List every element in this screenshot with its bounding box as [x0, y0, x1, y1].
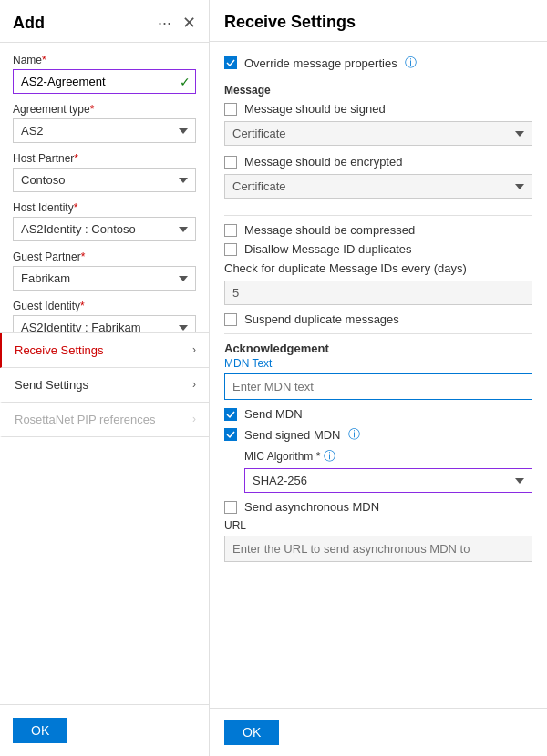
sign-row: Message should be signed [224, 102, 532, 116]
divider-1 [224, 215, 532, 216]
certificate-select-1[interactable]: Certificate [224, 121, 532, 146]
send-signed-mdn-checkbox[interactable] [224, 428, 237, 441]
days-input[interactable] [224, 281, 532, 305]
right-body: Override message properties ⓘ Message Me… [210, 42, 547, 708]
sign-label: Message should be signed [244, 102, 386, 116]
host-partner-group: Host Partner* Contoso [13, 152, 196, 192]
mdn-text-input[interactable] [224, 373, 532, 400]
override-label: Override message properties [244, 56, 397, 70]
host-partner-select[interactable]: Contoso [13, 168, 196, 192]
encrypt-label: Message should be encrypted [244, 155, 402, 169]
compress-row: Message should be compressed [224, 223, 532, 237]
url-input[interactable] [224, 536, 532, 562]
async-mdn-label: Send asynchronous MDN [244, 500, 379, 514]
duplicate-check-label: Check for duplicate Message IDs every (d… [224, 261, 532, 275]
checkmark-icon: ✓ [180, 75, 191, 89]
guest-identity-label: Guest Identity* [13, 300, 196, 312]
nav-section: Receive Settings › Send Settings › Roset… [0, 332, 209, 437]
sign-checkbox[interactable] [224, 103, 237, 116]
name-label: Name* [13, 54, 196, 66]
panel-title: Add [13, 14, 158, 33]
override-row: Override message properties ⓘ [224, 55, 532, 71]
ok-button-right[interactable]: OK [224, 720, 279, 745]
right-footer: OK [210, 708, 547, 756]
send-signed-mdn-row: Send signed MDN ⓘ [224, 426, 532, 443]
host-partner-label: Host Partner* [13, 152, 196, 165]
info-icon[interactable]: ⓘ [405, 55, 417, 71]
async-mdn-checkbox[interactable] [224, 501, 237, 514]
suspend-label: Suspend duplicate messages [244, 312, 399, 326]
disallow-checkbox[interactable] [224, 243, 237, 256]
guest-partner-select[interactable]: Fabrikam [13, 266, 196, 291]
agreement-type-group: Agreement type* AS2 [13, 103, 196, 143]
disallow-row: Disallow Message ID duplicates [224, 242, 532, 256]
agreement-type-select[interactable]: AS2 [13, 118, 196, 143]
suspend-row: Suspend duplicate messages [224, 312, 532, 326]
encrypt-checkbox[interactable] [224, 156, 237, 169]
chevron-right-icon: › [192, 413, 196, 425]
url-section: URL [224, 519, 532, 562]
message-section-label: Message [224, 84, 532, 97]
info-icon-mic[interactable]: ⓘ [324, 449, 335, 463]
mic-section: MIC Algorithm * ⓘ SHA2-256 MD5 SHA1 SHA2… [244, 448, 532, 493]
guest-partner-label: Guest Partner* [13, 250, 196, 263]
send-mdn-row: Send MDN [224, 407, 532, 421]
ok-button-left[interactable]: OK [13, 718, 67, 743]
guest-identity-group: Guest Identity* AS2Identity : Fabrikam [13, 300, 196, 332]
guest-partner-group: Guest Partner* Fabrikam [13, 250, 196, 291]
info-icon-mdn[interactable]: ⓘ [348, 426, 360, 443]
send-mdn-checkbox[interactable] [224, 408, 237, 421]
host-identity-group: Host Identity* AS2Identity : Contoso [13, 201, 196, 241]
agreement-type-label: Agreement type* [13, 103, 196, 116]
left-panel: Add ··· ✕ Name* ✓ Agreement type* AS2 [0, 0, 210, 756]
chevron-right-icon: › [192, 378, 196, 391]
guest-identity-select[interactable]: AS2Identity : Fabrikam [13, 315, 196, 332]
encrypt-row: Message should be encrypted [224, 155, 532, 169]
left-footer: OK [0, 704, 209, 756]
nav-item-receive-settings[interactable]: Receive Settings › [0, 333, 209, 368]
host-identity-select[interactable]: AS2Identity : Contoso [13, 217, 196, 241]
name-input-wrapper: ✓ [13, 69, 196, 94]
nav-item-send-settings[interactable]: Send Settings › [0, 368, 209, 403]
right-header: Receive Settings [210, 0, 547, 42]
host-identity-label: Host Identity* [13, 201, 196, 214]
name-input[interactable] [13, 69, 196, 94]
nav-send-label: Send Settings [15, 378, 192, 392]
send-signed-mdn-label: Send signed MDN [244, 428, 341, 442]
send-mdn-label: Send MDN [244, 407, 303, 421]
mic-select[interactable]: SHA2-256 MD5 SHA1 SHA2-384 SHA2-512 [244, 468, 532, 493]
left-header: Add ··· ✕ [0, 0, 209, 43]
certificate-select-2[interactable]: Certificate [224, 174, 532, 199]
chevron-right-icon: › [192, 343, 196, 356]
nav-receive-label: Receive Settings [15, 343, 192, 357]
nav-item-rosettanet: RosettaNet PIP references › [0, 403, 209, 437]
ack-section-label: Acknowledgement [224, 342, 532, 355]
name-group: Name* ✓ [13, 54, 196, 94]
right-panel-title: Receive Settings [224, 13, 356, 31]
suspend-checkbox[interactable] [224, 313, 237, 326]
compress-label: Message should be compressed [244, 223, 415, 237]
mdn-text-label: MDN Text [224, 357, 532, 370]
divider-2 [224, 333, 532, 334]
mic-label: MIC Algorithm * ⓘ [244, 448, 532, 465]
compress-checkbox[interactable] [224, 224, 237, 237]
disallow-label: Disallow Message ID duplicates [244, 242, 412, 256]
more-options-icon[interactable]: ··· [158, 14, 171, 33]
nav-rosettanet-label: RosettaNet PIP references [15, 413, 192, 426]
right-panel: Receive Settings Override message proper… [210, 0, 547, 756]
override-checkbox[interactable] [224, 56, 237, 69]
async-mdn-row: Send asynchronous MDN [224, 500, 532, 514]
close-icon[interactable]: ✕ [182, 13, 196, 33]
left-form: Name* ✓ Agreement type* AS2 Host Partner… [0, 43, 209, 332]
url-label: URL [224, 519, 532, 532]
